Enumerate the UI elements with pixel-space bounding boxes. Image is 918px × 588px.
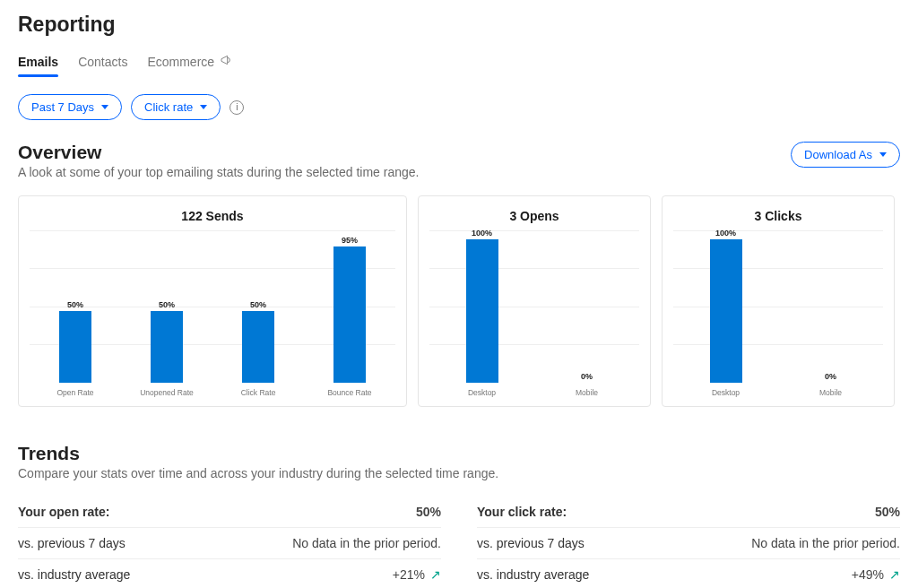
trend-row: vs. previous 7 daysNo data in the prior … bbox=[18, 528, 441, 559]
filters-row: Past 7 Days Click rate i bbox=[18, 94, 900, 120]
trend-up-icon: ↗ bbox=[430, 567, 441, 582]
bar-group: 95% bbox=[304, 236, 395, 383]
charts-row: 122 Sends50%50%50%95%Open RateUnopened R… bbox=[18, 195, 900, 407]
overview-title: Overview bbox=[18, 142, 419, 163]
download-as-button[interactable]: Download As bbox=[791, 142, 900, 168]
trend-row: vs. previous 7 daysNo data in the prior … bbox=[477, 528, 900, 559]
bar-group: 100% bbox=[673, 229, 778, 383]
bar-value-label: 50% bbox=[67, 300, 83, 309]
bar bbox=[466, 239, 498, 383]
chart-title: 3 Clicks bbox=[673, 209, 883, 223]
bar-value-label: 100% bbox=[472, 229, 492, 238]
bar-value-label: 50% bbox=[250, 300, 266, 309]
bar-group: 0% bbox=[778, 372, 883, 383]
tabs: Emails Contacts Ecommerce bbox=[18, 53, 900, 78]
trend-heading-label: Your click rate: bbox=[477, 505, 567, 519]
trend-row-label: vs. previous 7 days bbox=[18, 536, 126, 550]
trend-heading-value: 50% bbox=[875, 505, 900, 519]
chevron-down-icon bbox=[200, 105, 207, 109]
chart-title: 3 Opens bbox=[429, 209, 639, 223]
bar-group: 0% bbox=[534, 372, 639, 383]
chart-plot: 50%50%50%95% bbox=[30, 230, 395, 383]
chart-title: 122 Sends bbox=[30, 209, 395, 223]
megaphone-icon bbox=[220, 53, 234, 70]
bar-group: 100% bbox=[429, 229, 534, 383]
trend-row-label: vs. industry average bbox=[18, 567, 130, 582]
bar-value-label: 0% bbox=[825, 372, 836, 381]
chart-plot: 100%0% bbox=[429, 230, 639, 383]
trends-grid: Your open rate:50%vs. previous 7 daysNo … bbox=[18, 497, 900, 588]
axis-label: Desktop bbox=[429, 388, 534, 397]
tab-ecommerce[interactable]: Ecommerce bbox=[147, 53, 234, 77]
tab-contacts[interactable]: Contacts bbox=[78, 55, 127, 76]
bar-value-label: 0% bbox=[581, 372, 593, 381]
trend-row-label: vs. previous 7 days bbox=[477, 536, 585, 550]
trend-row-value: +21%↗ bbox=[393, 567, 441, 582]
bar bbox=[242, 311, 274, 383]
trends-column: Your open rate:50%vs. previous 7 daysNo … bbox=[18, 497, 441, 588]
axis-label: Bounce Rate bbox=[304, 388, 395, 397]
bar-value-label: 95% bbox=[342, 236, 358, 245]
chart-card: 3 Clicks100%0%DesktopMobile bbox=[662, 195, 895, 407]
tab-ecommerce-label: Ecommerce bbox=[147, 55, 214, 69]
axis-label: Open Rate bbox=[30, 388, 121, 397]
chart-card: 3 Opens100%0%DesktopMobile bbox=[418, 195, 651, 407]
bar-value-label: 100% bbox=[715, 229, 736, 238]
chart-card: 122 Sends50%50%50%95%Open RateUnopened R… bbox=[18, 195, 407, 407]
trend-row-value: No data in the prior period. bbox=[292, 536, 441, 550]
trend-heading-row: Your open rate:50% bbox=[18, 497, 441, 528]
trends-subtitle: Compare your stats over time and across … bbox=[18, 466, 900, 480]
trend-heading-row: Your click rate:50% bbox=[477, 497, 900, 528]
chart-plot: 100%0% bbox=[673, 230, 883, 383]
axis-label: Desktop bbox=[673, 388, 778, 397]
bar bbox=[710, 239, 742, 383]
trend-row-value: +49%↗ bbox=[852, 567, 900, 582]
metric-label: Click rate bbox=[144, 100, 193, 114]
trends-title: Trends bbox=[18, 443, 900, 464]
bar-value-label: 50% bbox=[159, 300, 175, 309]
overview-header: Overview A look at some of your top emai… bbox=[18, 142, 900, 179]
bar bbox=[59, 311, 91, 383]
date-range-filter[interactable]: Past 7 Days bbox=[18, 94, 122, 120]
chevron-down-icon bbox=[879, 152, 887, 157]
axis-label: Mobile bbox=[778, 388, 883, 397]
trend-heading-value: 50% bbox=[416, 505, 441, 519]
bar bbox=[333, 246, 366, 383]
info-icon[interactable]: i bbox=[230, 100, 244, 115]
trends-header: Trends Compare your stats over time and … bbox=[18, 443, 900, 480]
bar-group: 50% bbox=[30, 300, 121, 383]
tab-emails[interactable]: Emails bbox=[18, 55, 58, 76]
trend-row-value: No data in the prior period. bbox=[751, 536, 900, 550]
trend-row: vs. industry average+21%↗ bbox=[18, 559, 441, 588]
trend-up-icon: ↗ bbox=[889, 567, 900, 582]
bar-group: 50% bbox=[121, 300, 212, 383]
metric-filter[interactable]: Click rate bbox=[131, 94, 221, 120]
bar bbox=[151, 311, 183, 383]
chevron-down-icon bbox=[101, 105, 108, 109]
download-as-label: Download As bbox=[804, 148, 872, 161]
trend-heading-label: Your open rate: bbox=[18, 505, 109, 519]
overview-subtitle: A look at some of your top emailing stat… bbox=[18, 165, 419, 179]
page-title: Reporting bbox=[18, 13, 900, 37]
axis-label: Unopened Rate bbox=[121, 388, 212, 397]
trend-row: vs. industry average+49%↗ bbox=[477, 559, 900, 588]
axis-label: Click Rate bbox=[212, 388, 304, 397]
date-range-label: Past 7 Days bbox=[31, 100, 94, 114]
trend-row-label: vs. industry average bbox=[477, 567, 589, 582]
bar-group: 50% bbox=[212, 300, 304, 383]
trends-column: Your click rate:50%vs. previous 7 daysNo… bbox=[477, 497, 900, 588]
axis-label: Mobile bbox=[534, 388, 639, 397]
